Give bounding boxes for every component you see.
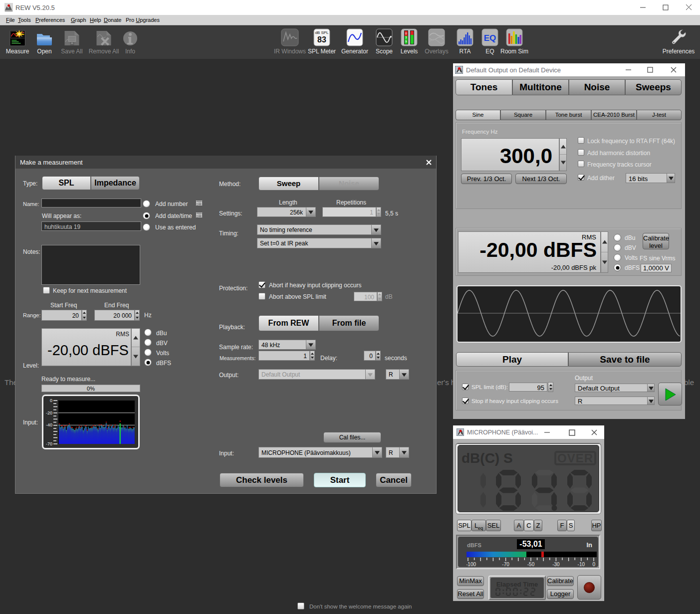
svg-text:-70: -70 [502, 562, 509, 567]
svg-text:-40: -40 [46, 422, 52, 427]
svg-text:EQ: EQ [484, 33, 496, 43]
svg-text:-30: -30 [552, 562, 560, 567]
svg-text:0: 0 [50, 398, 52, 403]
svg-text:-50: -50 [527, 562, 535, 567]
svg-text:-100: -100 [467, 562, 476, 567]
svg-text:0: 0 [592, 562, 595, 567]
svg-text:dB SPL: dB SPL [315, 30, 329, 35]
svg-text:-70: -70 [46, 441, 52, 446]
svg-text:-10: -10 [578, 562, 585, 567]
svg-text:-20: -20 [46, 410, 52, 415]
svg-text:83: 83 [317, 35, 326, 44]
